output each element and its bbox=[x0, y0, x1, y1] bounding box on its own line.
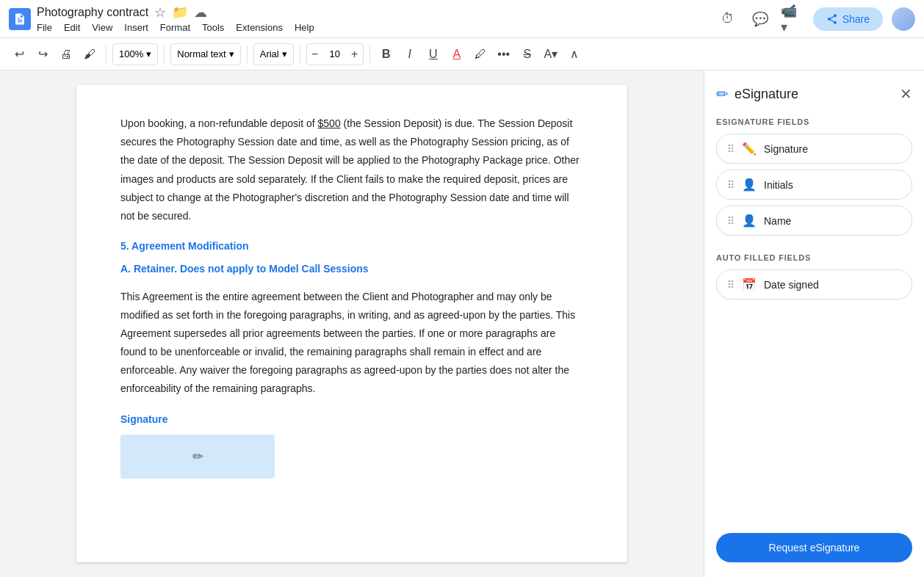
menu-insert[interactable]: Insert bbox=[124, 22, 148, 33]
section-heading: 5. Agreement Modification bbox=[120, 237, 583, 255]
doc-title[interactable]: Photography contract bbox=[37, 6, 148, 19]
initials-field-item[interactable]: ⠿ 👤 Initials bbox=[716, 170, 912, 200]
deposit-paragraph: Upon booking, a non-refundable deposit o… bbox=[120, 115, 583, 225]
menu-format[interactable]: Format bbox=[160, 22, 190, 33]
font-select[interactable]: Arial ▾ bbox=[253, 43, 294, 65]
auto-filled-section: AUTO FILLED FIELDS ⠿ 📅 Date signed bbox=[716, 253, 912, 305]
sub-heading: A. Retainer. Does not apply to Model Cal… bbox=[120, 260, 583, 278]
share-button[interactable]: Share bbox=[813, 7, 883, 31]
menu-edit[interactable]: Edit bbox=[64, 22, 80, 33]
toolbar: ↩ ↪ 🖨 🖌 100% ▾ Normal text ▾ Arial ▾ − 1… bbox=[0, 38, 924, 70]
star-icon[interactable]: ☆ bbox=[154, 4, 166, 21]
docs-logo bbox=[9, 8, 31, 30]
user-avatar[interactable] bbox=[892, 7, 915, 31]
menu-tools[interactable]: Tools bbox=[202, 22, 224, 33]
divider-1 bbox=[106, 46, 107, 63]
close-panel-button[interactable]: ✕ bbox=[900, 85, 912, 103]
top-bar-right: ⏱ 💬 📹 ▾ Share bbox=[716, 7, 915, 31]
drag-handle-name: ⠿ bbox=[727, 215, 734, 227]
font-arrow: ▾ bbox=[282, 48, 287, 59]
more-options-button[interactable]: ••• bbox=[494, 44, 514, 65]
collapse-toolbar-button[interactable]: ∧ bbox=[564, 44, 585, 65]
panel-header: ✏ eSignature ✕ bbox=[716, 85, 912, 103]
divider-4 bbox=[300, 46, 300, 63]
strikethrough-button[interactable]: S bbox=[517, 44, 538, 65]
undo-button[interactable]: ↩ bbox=[9, 44, 29, 65]
signature-field-item[interactable]: ⠿ ✏️ Signature bbox=[716, 134, 912, 164]
history-icon[interactable]: ⏱ bbox=[716, 7, 740, 31]
name-field-label: Name bbox=[764, 215, 791, 227]
document-area: Upon booking, a non-refundable deposit o… bbox=[0, 70, 704, 577]
font-value: Arial bbox=[260, 48, 279, 59]
text-highlight-color-button[interactable]: A▾ bbox=[541, 44, 561, 65]
highlight-button[interactable]: 🖊 bbox=[470, 44, 491, 65]
italic-button[interactable]: I bbox=[400, 44, 420, 65]
text-color-button[interactable]: A bbox=[447, 44, 467, 65]
folder-icon[interactable]: 📁 bbox=[172, 4, 188, 21]
initials-field-label: Initials bbox=[764, 179, 793, 191]
video-icon[interactable]: 📹 ▾ bbox=[781, 7, 804, 31]
signature-box[interactable]: ✏ bbox=[120, 435, 275, 479]
doc-title-area: Photography contract ☆ 📁 ☁ File Edit Vie… bbox=[37, 4, 710, 33]
zoom-select[interactable]: 100% ▾ bbox=[112, 43, 158, 65]
style-value: Normal text bbox=[177, 48, 225, 59]
signature-field-icon: ✏️ bbox=[742, 142, 757, 156]
date-field-icon: 📅 bbox=[742, 277, 757, 291]
zoom-value: 100% bbox=[119, 48, 143, 59]
cloud-icon[interactable]: ☁ bbox=[194, 4, 207, 21]
main-layout: Upon booking, a non-refundable deposit o… bbox=[0, 70, 924, 577]
font-size-increase[interactable]: + bbox=[347, 44, 363, 65]
date-signed-field-label: Date signed bbox=[764, 279, 819, 291]
menu-extensions[interactable]: Extensions bbox=[236, 22, 283, 33]
doc-body: Upon booking, a non-refundable deposit o… bbox=[120, 115, 583, 479]
redo-button[interactable]: ↪ bbox=[32, 44, 53, 65]
menu-help[interactable]: Help bbox=[295, 22, 314, 33]
panel-footer: Request eSignature bbox=[716, 518, 912, 562]
request-esignature-button[interactable]: Request eSignature bbox=[716, 533, 912, 562]
font-size-decrease[interactable]: − bbox=[307, 44, 323, 65]
signature-field-label: Signature bbox=[764, 143, 808, 155]
divider-3 bbox=[247, 46, 248, 63]
style-arrow: ▾ bbox=[229, 48, 234, 59]
font-size-control: − 10 + bbox=[306, 43, 364, 65]
fields-section-label: ESIGNATURE FIELDS bbox=[716, 117, 912, 126]
date-signed-field-item[interactable]: ⠿ 📅 Date signed bbox=[716, 269, 912, 300]
print-button[interactable]: 🖨 bbox=[56, 44, 76, 65]
menu-file[interactable]: File bbox=[37, 22, 52, 33]
name-field-icon: 👤 bbox=[742, 214, 757, 228]
drag-handle-initials: ⠿ bbox=[727, 179, 734, 191]
name-field-item[interactable]: ⠿ 👤 Name bbox=[716, 206, 912, 236]
esignature-panel: ✏ eSignature ✕ ESIGNATURE FIELDS ⠿ ✏️ Si… bbox=[704, 70, 924, 577]
signature-pen-icon: ✏ bbox=[192, 445, 203, 468]
drag-handle-date: ⠿ bbox=[727, 279, 734, 291]
paint-format-button[interactable]: 🖌 bbox=[79, 44, 100, 65]
panel-title-row: ✏ eSignature bbox=[716, 85, 798, 103]
style-select[interactable]: Normal text ▾ bbox=[170, 43, 240, 65]
doc-icons: ☆ 📁 ☁ bbox=[154, 4, 207, 21]
font-size-value[interactable]: 10 bbox=[325, 48, 345, 59]
esignature-pen-icon: ✏ bbox=[716, 85, 729, 103]
bold-button[interactable]: B bbox=[376, 44, 397, 65]
signature-label: Signature bbox=[120, 410, 583, 429]
initials-field-icon: 👤 bbox=[742, 178, 757, 192]
divider-2 bbox=[164, 46, 165, 63]
top-bar: Photography contract ☆ 📁 ☁ File Edit Vie… bbox=[0, 0, 924, 38]
agreement-paragraph: This Agreement is the entire agreement b… bbox=[120, 288, 583, 399]
auto-section-label: AUTO FILLED FIELDS bbox=[716, 253, 912, 262]
menu-row: File Edit View Insert Format Tools Exten… bbox=[37, 22, 710, 33]
document-page: Upon booking, a non-refundable deposit o… bbox=[76, 85, 627, 562]
chat-icon[interactable]: 💬 bbox=[748, 7, 772, 31]
menu-view[interactable]: View bbox=[92, 22, 112, 33]
drag-handle-signature: ⠿ bbox=[727, 143, 734, 155]
underline-button[interactable]: U bbox=[423, 44, 444, 65]
zoom-arrow: ▾ bbox=[146, 48, 151, 59]
divider-5 bbox=[369, 46, 370, 63]
panel-title: eSignature bbox=[734, 87, 798, 102]
deposit-amount: $500 bbox=[318, 117, 341, 129]
